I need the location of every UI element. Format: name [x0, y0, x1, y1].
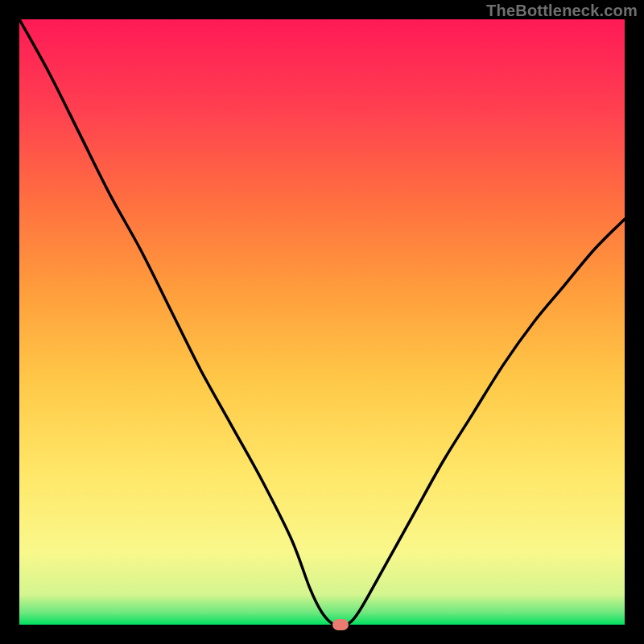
plot-area	[19, 19, 625, 625]
watermark-text: TheBottleneck.com	[486, 2, 638, 20]
chart-frame: TheBottleneck.com	[0, 0, 644, 644]
bottleneck-curve	[19, 19, 625, 625]
optimal-point-marker	[332, 619, 349, 630]
